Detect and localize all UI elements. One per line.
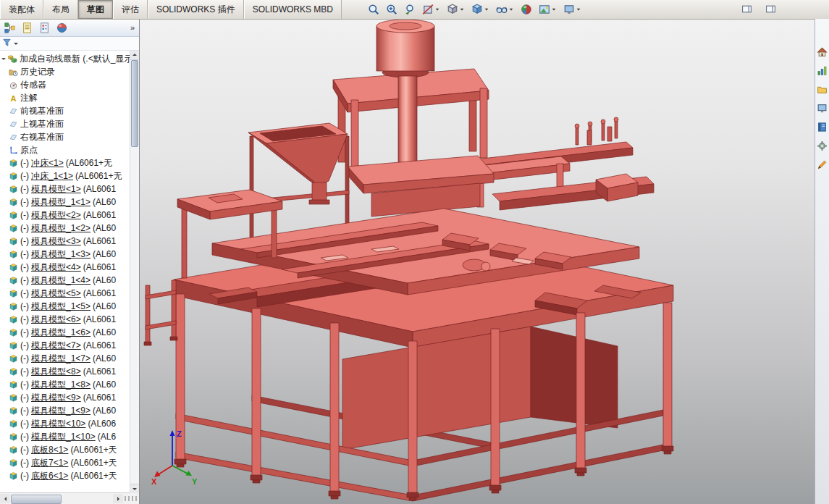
tree-item-模具模型<5>[interactable]: (-) 模具模型<5> (AL6061 (0, 287, 139, 300)
tree-item-模具模型_1<10>[interactable]: (-) 模具模型_1<10> (AL6 (0, 430, 139, 443)
3d-scene[interactable]: Z X Y (140, 19, 815, 504)
dropdown-caret-icon[interactable] (551, 7, 557, 12)
configurationmanager-tab-icon (38, 22, 51, 34)
tree-item-历史记录[interactable]: 历史记录 (0, 65, 139, 78)
tree-item-注解[interactable]: A注解 (0, 91, 139, 104)
tree-item-加成自动线最新 (.<默认_显示[interactable]: 加成自动线最新 (.<默认_显示 (0, 52, 139, 65)
collapse-right-pane-icon (765, 4, 776, 14)
apply-scene-button[interactable] (536, 1, 559, 17)
tree-filter-bar[interactable] (0, 37, 139, 51)
dropdown-caret-icon[interactable] (434, 7, 440, 12)
scroll-right-button[interactable] (113, 494, 123, 503)
tree-item-传感器[interactable]: 传感器 (0, 78, 139, 91)
ribbon-tab-装配体[interactable]: 装配体 (0, 0, 43, 19)
custom-properties-button[interactable] (816, 139, 829, 152)
tree-item-模具模型_1<7>[interactable]: (-) 模具模型_1<7> (AL60 (0, 352, 139, 365)
tree-item-模具模型_1<5>[interactable]: (-) 模具模型_1<5> (AL60 (0, 300, 139, 313)
tree-item-模具模型_1<2>[interactable]: (-) 模具模型_1<2> (AL60 (0, 222, 139, 235)
displaymanager-tab-button[interactable] (54, 20, 70, 35)
tree-item-模具模型_1<8>[interactable]: (-) 模具模型_1<8> (AL60 (0, 378, 139, 391)
panel-splitter-grip[interactable] (125, 496, 138, 501)
tree-item-模具模型<6>[interactable]: (-) 模具模型<6> (AL6061 (0, 313, 139, 326)
tree-item-模具模型<7>[interactable]: (-) 模具模型<7> (AL6061 (0, 339, 139, 352)
appearances-scenes-button[interactable] (816, 120, 829, 133)
propertymanager-tab-button[interactable] (20, 20, 35, 35)
tree-item-底板6<1>[interactable]: (-) 底板6<1> (AL6061+天 (0, 469, 139, 482)
part-icon (9, 159, 18, 168)
tree-item-模具模型<8>[interactable]: (-) 模具模型<8> (AL6061 (0, 365, 139, 378)
cad-model[interactable] (144, 20, 673, 501)
tree-item-右视基准面[interactable]: 右视基准面 (0, 130, 139, 143)
ribbon-tab-SOLIDWORKS MBD[interactable]: SOLIDWORKS MBD (244, 0, 342, 19)
hopper[interactable] (248, 123, 349, 239)
tree-item-模具模型<1>[interactable]: (-) 模具模型<1> (AL6061 (0, 182, 139, 196)
dropdown-caret-icon[interactable] (576, 7, 581, 12)
hide-show-items-icon (496, 4, 508, 15)
zoom-to-fit-icon (368, 4, 379, 15)
ribbon-tab-SOLIDWORKS 插件[interactable]: SOLIDWORKS 插件 (148, 0, 244, 19)
heads-up-view-toolbar (366, 1, 584, 18)
view-orientation-icon (447, 4, 458, 15)
tree-item-冲床<1>[interactable]: (-) 冲床<1> (AL6061+无 (0, 156, 139, 169)
tree-item-冲床_1<1>[interactable]: (-) 冲床_1<1> (AL6061+无 (0, 169, 139, 182)
hide-show-items-button[interactable] (494, 1, 516, 17)
dropdown-caret-icon[interactable] (484, 7, 489, 12)
previous-view-icon (404, 4, 416, 15)
tree-item-模具模型<3>[interactable]: (-) 模具模型<3> (AL6061 (0, 235, 139, 248)
filter-dropdown-caret-icon[interactable] (14, 43, 18, 47)
solidworks-resources-button[interactable] (816, 45, 829, 58)
view-orientation-button[interactable] (445, 1, 467, 17)
right-conveyor-rails[interactable] (463, 117, 654, 210)
ribbon-tab-草图[interactable]: 草图 (78, 0, 113, 19)
zoom-to-area-button[interactable] (384, 1, 400, 17)
tree-horizontal-scrollbar[interactable] (0, 492, 139, 504)
configurationmanager-tab-button[interactable] (37, 20, 52, 35)
press-assembly[interactable] (333, 20, 494, 217)
tree-item-底板7<1>[interactable]: (-) 底板7<1> (AL6061+天 (0, 456, 139, 469)
scroll-up-button[interactable] (130, 51, 139, 60)
tree-item-模具模型<9>[interactable]: (-) 模具模型<9> (AL6061 (0, 391, 139, 404)
zoom-to-fit-button[interactable] (366, 1, 382, 17)
dropdown-caret-icon[interactable] (508, 7, 514, 12)
tree-item-模具模型_1<1>[interactable]: (-) 模具模型_1<1> (AL60 (0, 196, 139, 209)
display-style-icon (471, 4, 483, 15)
tree-item-上视基准面[interactable]: 上视基准面 (0, 117, 139, 130)
collapse-left-pane-button[interactable] (741, 4, 752, 17)
tree-item-模具模型<2>[interactable]: (-) 模具模型<2> (AL6061 (0, 209, 139, 222)
tree-item-模具模型<4>[interactable]: (-) 模具模型<4> (AL6061 (0, 261, 139, 274)
ribbon-tab-布局[interactable]: 布局 (43, 0, 78, 19)
tree-item-模具模型_1<3>[interactable]: (-) 模具模型_1<3> (AL60 (0, 248, 139, 261)
tree-item-原点[interactable]: 原点 (0, 143, 139, 156)
featuremanager-tab-button[interactable] (2, 20, 17, 35)
panel-overflow-chevron[interactable]: » (128, 23, 137, 32)
tree-item-模具模型_1<4>[interactable]: (-) 模具模型_1<4> (AL60 (0, 274, 139, 287)
custom-properties-icon (817, 140, 828, 151)
tree-item-模具模型_1<9>[interactable]: (-) 模具模型_1<9> (AL60 (0, 404, 139, 417)
graphics-area[interactable]: Z X Y (140, 19, 815, 504)
dropdown-caret-icon[interactable] (459, 7, 465, 12)
collapse-right-pane-button[interactable] (765, 4, 776, 17)
ribbon-tab-评估[interactable]: 评估 (113, 0, 148, 19)
edit-appearance-button[interactable] (518, 1, 534, 17)
tree-item-模具模型<10>[interactable]: (-) 模具模型<10> (AL606 (0, 417, 139, 430)
filter-funnel-icon (2, 38, 12, 47)
expander-icon[interactable] (1, 58, 6, 62)
display-style-button[interactable] (469, 1, 492, 17)
tree-item-底板8<1>[interactable]: (-) 底板8<1> (AL6061+天 (0, 443, 139, 456)
previous-view-button[interactable] (402, 1, 418, 17)
view-settings-button[interactable] (561, 1, 584, 17)
design-library-button[interactable] (816, 64, 829, 77)
hscroll-thumb[interactable] (11, 495, 62, 504)
tree-item-模具模型_1<6>[interactable]: (-) 模具模型_1<6> (AL60 (0, 326, 139, 339)
file-explorer-button[interactable] (816, 83, 829, 96)
section-view-button[interactable] (420, 1, 442, 17)
scroll-down-button[interactable] (130, 484, 139, 493)
machine-table[interactable] (174, 209, 673, 348)
tree-item-前视基准面[interactable]: 前视基准面 (0, 104, 139, 117)
forum-button[interactable] (816, 158, 829, 171)
view-palette-button[interactable] (816, 101, 829, 114)
axis-z-label: Z (177, 429, 182, 438)
tree-vertical-scrollbar[interactable] (130, 51, 139, 493)
vscroll-thumb[interactable] (131, 60, 138, 147)
scroll-left-button[interactable] (0, 494, 10, 503)
